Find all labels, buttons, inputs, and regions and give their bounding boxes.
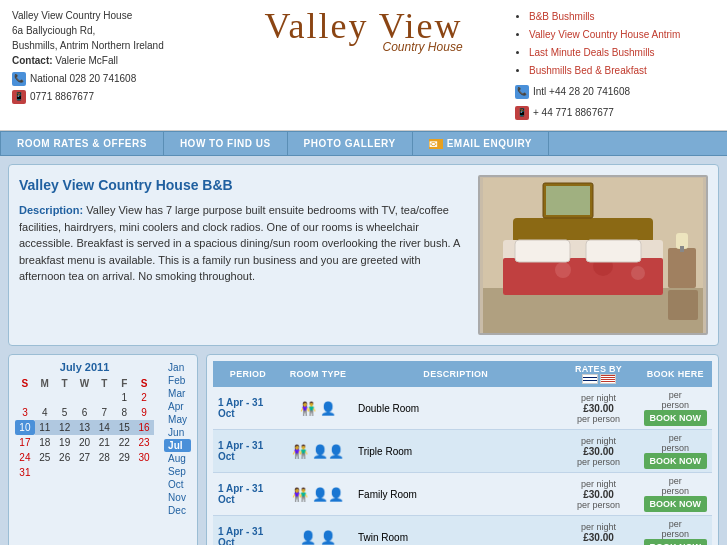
phone2: 0771 8867677: [30, 89, 94, 104]
cal-day[interactable]: 23: [134, 435, 154, 450]
cal-day: [55, 390, 75, 405]
cal-day[interactable]: 12: [55, 420, 75, 435]
contact-info: Contact: Valerie McFall: [12, 53, 212, 68]
cal-day[interactable]: 5: [55, 405, 75, 420]
cal-day[interactable]: 24: [15, 450, 35, 465]
period-link[interactable]: 1 Apr - 31 Oct: [218, 440, 263, 462]
cal-day[interactable]: 25: [35, 450, 55, 465]
nav-email-enquiry[interactable]: ✉ Email Enquiry: [413, 132, 549, 155]
cal-day[interactable]: 3: [15, 405, 35, 420]
email-icon: ✉: [429, 139, 443, 149]
cal-day[interactable]: 31: [15, 465, 35, 480]
page-header: Valley View Country House 6a Ballyciough…: [0, 0, 727, 131]
cal-day[interactable]: 14: [94, 420, 114, 435]
cal-month-item[interactable]: Jun: [164, 426, 191, 439]
cal-month-item[interactable]: Nov: [164, 491, 191, 504]
cal-month-item[interactable]: Jan: [164, 361, 191, 374]
cal-month-item[interactable]: Apr: [164, 400, 191, 413]
logo-title: Valley View: [264, 8, 462, 44]
cal-month-item[interactable]: Dec: [164, 504, 191, 517]
cal-day[interactable]: 6: [75, 405, 95, 420]
desc-paragraph: Valley View has 7 large purpose built en…: [19, 204, 460, 282]
svg-point-8: [631, 266, 645, 280]
address-line2: 6a Ballyciough Rd,: [12, 23, 212, 38]
cell-period: 1 Apr - 31 Oct: [213, 516, 283, 546]
link-last-minute[interactable]: Last Minute Deals Bushmills: [529, 44, 715, 62]
cal-day: [55, 465, 75, 480]
period-link[interactable]: 1 Apr - 31 Oct: [218, 483, 263, 505]
book-now-button[interactable]: BOOK NOW: [644, 496, 708, 512]
contact-name: Valerie McFall: [55, 55, 118, 66]
cal-header-mon: M: [35, 377, 55, 390]
nav-photo-gallery[interactable]: Photo Gallery: [288, 132, 413, 155]
table-row: 1 Apr - 31 Oct 👫 👤👤 Triple Room per nigh…: [213, 430, 712, 473]
cell-room-type: 👫 👤👤: [283, 473, 353, 516]
link-antrim[interactable]: Valley View Country House Antrim: [529, 26, 715, 44]
cal-day[interactable]: 26: [55, 450, 75, 465]
calendar-main: July 2011 S M T W T F S: [15, 361, 154, 517]
table-row: 1 Apr - 31 Oct 👫 👤 Double Room per night…: [213, 387, 712, 430]
link-bb[interactable]: Bushmills Bed & Breakfast: [529, 62, 715, 80]
cal-day[interactable]: 30: [134, 450, 154, 465]
cal-day[interactable]: 19: [55, 435, 75, 450]
cell-period: 1 Apr - 31 Oct: [213, 430, 283, 473]
flag-us: [600, 374, 616, 384]
nav-how-to-find[interactable]: How to Find Us: [164, 132, 288, 155]
cal-day[interactable]: 13: [75, 420, 95, 435]
cal-day[interactable]: 2: [134, 390, 154, 405]
svg-rect-13: [680, 246, 684, 252]
cal-day[interactable]: 27: [75, 450, 95, 465]
book-now-button[interactable]: BOOK NOW: [644, 539, 708, 545]
cal-month-item[interactable]: Mar: [164, 387, 191, 400]
cal-month-item[interactable]: Feb: [164, 374, 191, 387]
cell-description: Double Room: [353, 387, 559, 430]
col-period: Period: [213, 361, 283, 387]
cal-month-item[interactable]: Aug: [164, 452, 191, 465]
cell-room-type: 👫 👤👤: [283, 430, 353, 473]
cal-day[interactable]: 4: [35, 405, 55, 420]
cal-day[interactable]: 18: [35, 435, 55, 450]
cal-header-sun: S: [15, 377, 35, 390]
cal-day[interactable]: 8: [114, 405, 134, 420]
intl-phone2-icon: 📱: [515, 106, 529, 120]
calendar-month: July 2011: [15, 361, 154, 373]
cal-month-item[interactable]: Oct: [164, 478, 191, 491]
bed-visual: [480, 177, 706, 333]
period-link[interactable]: 1 Apr - 31 Oct: [218, 526, 263, 545]
cal-day[interactable]: 16: [134, 420, 154, 435]
nav-room-rates[interactable]: Room Rates & Offers: [0, 132, 164, 155]
cal-day[interactable]: 29: [114, 450, 134, 465]
book-now-button[interactable]: BOOK NOW: [644, 453, 708, 469]
cal-day[interactable]: 11: [35, 420, 55, 435]
phone1: National 028 20 741608: [30, 71, 136, 86]
book-now-button[interactable]: BOOK NOW: [644, 410, 708, 426]
rates-table: Period Room Type Description Rates by Bo…: [213, 361, 712, 545]
cal-day[interactable]: 7: [94, 405, 114, 420]
cal-day[interactable]: 28: [94, 450, 114, 465]
cal-month-item[interactable]: Jul: [164, 439, 191, 452]
cal-month-item[interactable]: Sep: [164, 465, 191, 478]
description-text: Valley View Country House B&B Descriptio…: [19, 175, 468, 335]
cal-day[interactable]: 21: [94, 435, 114, 450]
calendar-rates-section: July 2011 S M T W T F S: [8, 354, 719, 545]
link-bushmills[interactable]: B&B Bushmills: [529, 8, 715, 26]
cal-day[interactable]: 17: [15, 435, 35, 450]
col-room-type: Room Type: [283, 361, 353, 387]
cal-day: [114, 465, 134, 480]
calendar-box: July 2011 S M T W T F S: [8, 354, 198, 545]
period-link[interactable]: 1 Apr - 31 Oct: [218, 397, 263, 419]
cal-day[interactable]: 22: [114, 435, 134, 450]
calendar-header: July 2011 S M T W T F S: [15, 361, 191, 517]
cal-day[interactable]: 15: [114, 420, 134, 435]
address-block: Valley View Country House 6a Ballyciough…: [12, 8, 212, 104]
cal-day[interactable]: 9: [134, 405, 154, 420]
logo-area: Valley View Country House: [212, 8, 515, 54]
cal-day[interactable]: 1: [114, 390, 134, 405]
cal-day: [15, 390, 35, 405]
cal-day[interactable]: 10: [15, 420, 35, 435]
calendar-month-list[interactable]: JanFebMarAprMayJunJulAugSepOctNovDec: [164, 361, 191, 517]
cal-month-item[interactable]: May: [164, 413, 191, 426]
intl-phone1: 📞 Intl +44 28 20 741608: [515, 83, 715, 101]
cal-day[interactable]: 20: [75, 435, 95, 450]
col-description: Description: [353, 361, 559, 387]
